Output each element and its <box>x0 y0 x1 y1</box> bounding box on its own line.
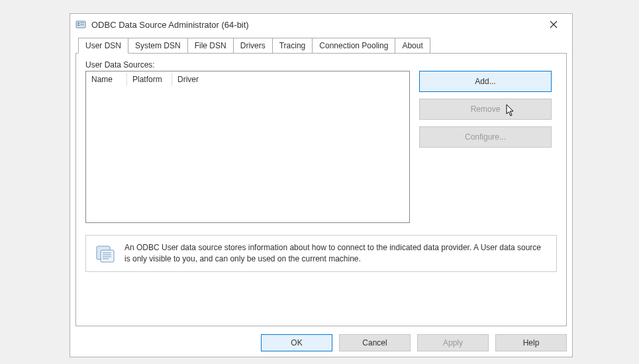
window-title: ODBC Data Source Administrator (64-bit) <box>91 20 249 30</box>
tab-label: User DSN <box>85 41 121 50</box>
svg-rect-1 <box>77 23 79 24</box>
tab-label: System DSN <box>135 41 181 50</box>
svg-rect-2 <box>80 23 84 23</box>
list-header: Name Platform Driver <box>86 71 409 87</box>
middle-row: Name Platform Driver Add... Remove Confi… <box>85 71 557 223</box>
svg-rect-3 <box>77 24 79 26</box>
tab-user-dsn[interactable]: User DSN <box>78 38 128 54</box>
action-row: OK Cancel Apply Help <box>75 334 567 351</box>
col-driver[interactable]: Driver <box>172 73 409 86</box>
info-icon <box>95 242 117 263</box>
ok-button[interactable]: OK <box>261 334 332 351</box>
tab-label: Drivers <box>240 41 266 50</box>
info-box: An ODBC User data source stores informat… <box>85 235 557 272</box>
cancel-button[interactable]: Cancel <box>339 334 411 351</box>
apply-button[interactable]: Apply <box>417 334 489 351</box>
tab-panel-user-dsn: User Data Sources: Name Platform Driver … <box>75 53 567 326</box>
dialog-window: ODBC Data Source Administrator (64-bit) … <box>70 13 573 357</box>
close-button[interactable] <box>540 15 567 34</box>
tab-label: File DSN <box>195 41 226 50</box>
tab-label: Tracing <box>279 41 306 50</box>
add-button[interactable]: Add... <box>419 71 552 92</box>
remove-button[interactable]: Remove <box>419 99 552 120</box>
svg-rect-4 <box>80 24 84 25</box>
tab-drivers[interactable]: Drivers <box>233 38 273 53</box>
side-buttons: Add... Remove Configure... <box>419 71 552 148</box>
tab-strip: User DSN System DSN File DSN Drivers Tra… <box>75 38 567 53</box>
tab-system-dsn[interactable]: System DSN <box>128 38 188 53</box>
configure-button[interactable]: Configure... <box>419 126 552 148</box>
col-platform[interactable]: Platform <box>127 73 172 86</box>
sources-label: User Data Sources: <box>85 60 557 69</box>
tab-tracing[interactable]: Tracing <box>272 38 313 53</box>
tab-about[interactable]: About <box>395 38 430 53</box>
titlebar: ODBC Data Source Administrator (64-bit) <box>70 14 572 35</box>
app-icon <box>75 19 86 30</box>
tab-connection-pooling[interactable]: Connection Pooling <box>312 38 395 53</box>
tab-label: About <box>402 41 422 50</box>
sources-list[interactable]: Name Platform Driver <box>85 71 410 223</box>
tab-label: Connection Pooling <box>319 41 388 50</box>
help-button[interactable]: Help <box>495 334 567 351</box>
col-name[interactable]: Name <box>86 73 127 86</box>
tab-file-dsn[interactable]: File DSN <box>187 38 234 53</box>
svg-rect-8 <box>101 250 114 262</box>
client-area: User DSN System DSN File DSN Drivers Tra… <box>70 35 572 357</box>
info-text: An ODBC User data source stores informat… <box>124 242 547 265</box>
